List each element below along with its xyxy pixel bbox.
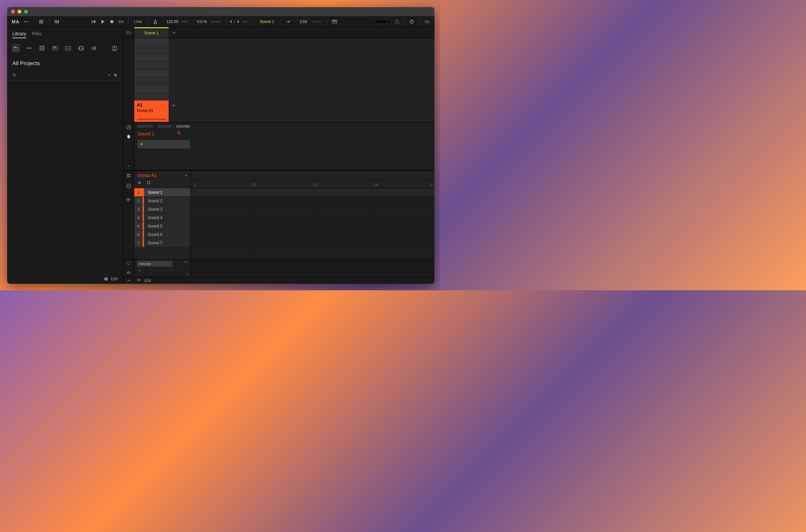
follow-icon[interactable] [284,18,293,26]
add-plugin-slot[interactable]: + [138,140,190,148]
swing-value[interactable]: 0.0 % [197,19,207,24]
track-rail [123,38,134,122]
scene-tab-1[interactable]: Scene 1 [134,27,169,38]
info-icon[interactable] [104,277,108,281]
record-button[interactable] [108,18,116,26]
metronome-icon[interactable] [151,18,160,26]
svg-rect-37 [43,49,44,50]
list-view-icon[interactable] [126,183,132,189]
app-window: New Project MA LINK 120.00 BPM 0.0 % SWI… [7,7,435,284]
mute-icon[interactable] [138,180,142,186]
svg-rect-72 [127,272,128,274]
audio-view-icon[interactable] [126,197,132,203]
grid-resolution[interactable]: 1/16 [141,279,151,283]
svg-point-55 [178,132,180,134]
keyboard-icon[interactable] [330,18,339,26]
arranger-options-icon[interactable] [123,27,134,38]
tab-master[interactable]: MASTER [138,125,153,128]
plugin-icon[interactable] [126,133,132,139]
resize-handle-icon[interactable]: ⋰ [430,118,433,121]
app-logo: MA [10,19,21,24]
pattern-view-icon[interactable] [126,173,132,178]
sync-label[interactable]: SYNC [311,20,324,23]
browser-toggle-icon[interactable] [37,18,46,26]
collapse-up-icon[interactable] [123,278,134,283]
quick-browse-icon[interactable] [126,125,132,130]
group-header-a1[interactable]: A1 Group A1 [134,100,169,122]
timesig-denominator[interactable]: 4 [237,19,239,24]
power-icon[interactable] [407,18,416,26]
group-dropdown-icon[interactable]: ▾ [185,174,187,177]
instruments-category-icon[interactable] [52,45,58,52]
sound-row-6[interactable]: 6Sound 6 [134,230,190,239]
velocity-label[interactable]: Velocity [137,261,172,267]
svg-point-48 [114,47,115,49]
timesig-numerator[interactable]: 4 [230,19,232,24]
sounds-category-icon[interactable] [39,45,45,52]
svg-rect-39 [54,46,54,49]
pad-view-icon[interactable] [147,180,151,186]
tempo-value[interactable]: 120.00 [166,19,178,24]
zoom-window-button[interactable] [24,10,28,14]
pattern-group-name[interactable]: Group A1 [138,173,157,178]
quantize-value[interactable]: 1/16 [299,19,307,24]
svg-rect-75 [138,279,138,281]
window-title: New Project [209,10,233,14]
svg-rect-6 [55,20,55,23]
clear-search-icon[interactable]: × [108,73,111,78]
tab-files[interactable]: Files [32,31,42,38]
group-id: A1 [137,102,166,108]
play-button[interactable] [98,18,107,26]
restart-button[interactable] [90,18,98,26]
menu-icon[interactable] [22,18,31,26]
add-scene-button[interactable]: + [169,27,180,38]
current-sound-name[interactable]: Sound 1 [138,131,154,136]
groups-category-icon[interactable] [26,45,32,52]
favorites-icon[interactable]: ★ [113,72,118,78]
svg-rect-26 [26,48,28,49]
search-input[interactable] [19,73,105,77]
sound-row-4[interactable]: 4Sound 4 [134,213,190,222]
edit-button[interactable]: Edit [111,277,118,281]
cpu-meter: CPU [395,19,399,24]
tab-library[interactable]: Library [12,31,26,38]
loop-button[interactable] [117,18,125,26]
arranger-grid[interactable]: + ⋰ [169,38,435,122]
svg-rect-58 [127,175,129,176]
modulation-icon[interactable] [126,261,131,267]
projects-category-icon[interactable] [12,45,19,52]
svg-rect-33 [41,48,42,49]
pattern-ruler[interactable]: 1 1.2 1.3 1.4 2 [191,171,435,188]
tab-group[interactable]: GROUP [158,125,172,128]
svg-rect-4 [41,20,41,24]
svg-line-56 [180,133,181,135]
fx-category-icon[interactable]: FX [65,45,71,52]
current-scene[interactable]: Scene 1 [257,19,277,24]
grid-settings-icon[interactable] [134,278,141,284]
sound-row-1[interactable]: 1Sound 1 [134,188,190,197]
sound-search-icon[interactable] [177,131,182,137]
svg-rect-28 [30,48,31,49]
add-lane-button[interactable]: + [137,268,188,273]
sound-row-5[interactable]: 5Sound 5 [134,222,190,230]
user-content-icon[interactable] [111,45,118,52]
sound-row-3[interactable]: 3Sound 3 [134,205,190,213]
svg-rect-74 [130,272,130,274]
sound-row-7[interactable]: 7Sound 7 [134,239,190,247]
svg-rect-35 [40,49,40,50]
loops-category-icon[interactable] [78,45,84,52]
velocity-grid[interactable] [191,260,435,277]
master-meter [375,20,391,24]
close-window-button[interactable] [11,10,15,14]
tab-sound[interactable]: SOUND [176,125,190,128]
sound-row-2[interactable]: 2Sound 2 [134,197,190,205]
link-button[interactable]: LINK [132,20,144,24]
svg-rect-21 [335,20,336,22]
minimize-window-button[interactable] [18,10,21,14]
pattern-grid[interactable]: 1 1.2 1.3 1.4 2 [191,171,435,259]
add-group-button[interactable]: + [169,100,178,122]
samples-category-icon[interactable] [91,45,97,52]
automation-icon[interactable] [126,270,131,277]
mixer-toggle-icon[interactable] [53,18,61,26]
expand-down-icon[interactable]: ⌄ [127,163,130,168]
